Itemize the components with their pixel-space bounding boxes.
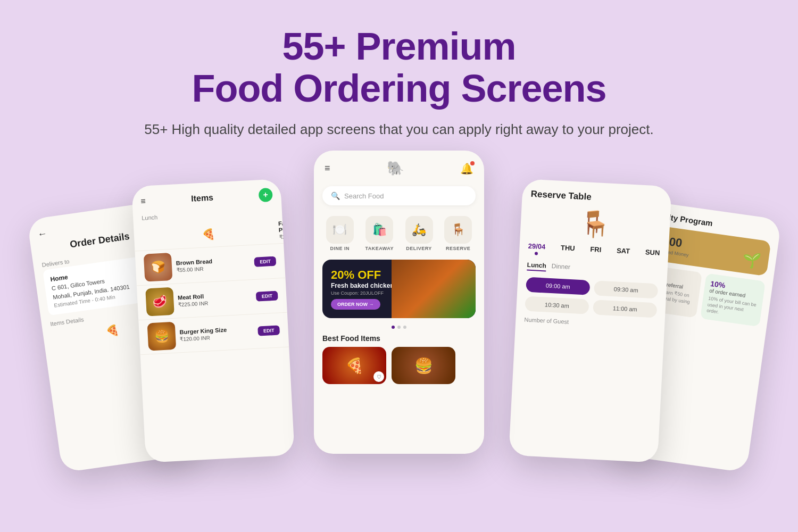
meal-tabs: Lunch Dinner: [527, 261, 659, 278]
burger-image: [147, 322, 177, 351]
main-title: 55+ Premium Food Ordering Screens: [144, 26, 654, 110]
time-10-30[interactable]: 10:30 am: [525, 296, 589, 314]
subtitle: 55+ High quality detailed app screens th…: [144, 119, 654, 140]
cal-29-04[interactable]: 29/04: [528, 242, 546, 256]
dinner-tab[interactable]: Dinner: [551, 262, 570, 273]
pizza-image: [143, 231, 275, 238]
search-placeholder-text: Search Food: [344, 192, 384, 200]
reserve-icon: 🪑: [444, 216, 472, 244]
time-11-00[interactable]: 11:00 am: [593, 300, 657, 318]
phone-items: ≡ Items + Lunch Farmhouse Pizza ₹320.00 …: [131, 179, 295, 463]
calendar-row: 29/04 THU FRI SAT SUN: [528, 242, 660, 262]
phone-main: ≡ 🐘 🔔 🔍 Search Food 🍽️ DINE IN 🛍️ TAKEAW…: [314, 151, 484, 454]
add-item-button[interactable]: +: [259, 188, 273, 202]
cal-sun[interactable]: SUN: [645, 248, 660, 262]
food-card-image-2: 🍔: [392, 347, 455, 384]
category-row: 🍽️ DINE IN 🛍️ TAKEAWAY 🛵 DELIVERY 🪑 RESE…: [314, 210, 484, 255]
category-takeaway[interactable]: 🛍️ TAKEAWAY: [365, 216, 394, 251]
notification-dot: [470, 161, 475, 165]
food-card-2[interactable]: 🍔: [392, 347, 455, 384]
best-food-label: Best Food Items: [314, 332, 484, 347]
food-card-1[interactable]: 🍕 ♡: [322, 347, 386, 384]
header-section: 55+ Premium Food Ordering Screens 55+ Hi…: [144, 0, 654, 140]
guest-label: Number of Guest: [524, 317, 656, 330]
cal-sat[interactable]: SAT: [616, 247, 630, 260]
hamburger-icon[interactable]: ≡: [140, 197, 146, 206]
burger-edit-button[interactable]: EDIT: [258, 326, 280, 336]
burger-info: Burger King Size ₹120.00 INR: [179, 325, 254, 342]
dine-in-icon: 🍽️: [326, 216, 354, 244]
referral-desc-2: 10% of your bill can be used in your nex…: [706, 296, 757, 321]
search-bar[interactable]: 🔍 Search Food: [322, 186, 476, 205]
promo-food-image: [392, 260, 476, 318]
food-grid: 🍕 ♡ 🍔: [314, 347, 484, 384]
referral-card-2: 10% of order earned 10% of your bill can…: [700, 273, 766, 327]
phones-container: ← Order Details Delivers to Home C 601, …: [0, 156, 798, 454]
reserve-title: Reserve Table: [530, 189, 663, 206]
main-hamburger-icon[interactable]: ≡: [325, 163, 330, 174]
items-phone-title: Items: [191, 193, 214, 204]
plant-icon: 🌱: [741, 250, 762, 270]
food-card-image-1: 🍕 ♡: [322, 347, 386, 384]
table-icon: 🪑: [579, 209, 612, 240]
bread-info: Brown Bread ₹55.00 INR: [176, 256, 251, 273]
time-09-00[interactable]: 09:00 am: [526, 277, 590, 295]
category-delivery[interactable]: 🛵 DELIVERY: [405, 216, 433, 251]
order-now-button[interactable]: ORDER NOW →: [331, 299, 380, 310]
table-icon-area: 🪑: [529, 206, 662, 243]
takeaway-icon: 🛍️: [365, 216, 393, 244]
delivery-icon: 🛵: [405, 216, 433, 244]
elephant-logo: 🐘: [387, 160, 404, 177]
food-heart-icon-1[interactable]: ♡: [373, 371, 384, 382]
phone-reserve: Reserve Table 🪑 29/04 THU FRI SAT: [509, 179, 672, 463]
dot-2: [397, 326, 401, 329]
notification-bell-icon[interactable]: 🔔: [460, 162, 473, 175]
search-icon: 🔍: [331, 192, 340, 200]
time-09-30[interactable]: 09:30 am: [594, 281, 658, 299]
cal-fri[interactable]: FRI: [590, 245, 602, 259]
roll-info: Meat Roll ₹225.00 INR: [178, 290, 253, 307]
cal-thu[interactable]: THU: [560, 244, 575, 257]
dot-1: [392, 326, 395, 329]
lunch-tab[interactable]: Lunch: [527, 261, 546, 272]
roll-edit-button[interactable]: EDIT: [256, 291, 278, 302]
bread-image: [144, 253, 173, 282]
category-reserve[interactable]: 🪑 RESERVE: [444, 216, 472, 251]
promo-banner[interactable]: 20% OFF Fresh baked chicken Use Coupon: …: [322, 260, 476, 318]
bread-edit-button[interactable]: EDIT: [254, 256, 276, 267]
category-dine-in[interactable]: 🍽️ DINE IN: [326, 216, 354, 251]
roll-image: [145, 287, 174, 317]
menu-item-burger: Burger King Size ₹120.00 INR EDIT: [138, 313, 289, 355]
time-grid: 09:00 am 09:30 am 10:30 am 11:00 am: [525, 277, 658, 318]
carousel-dots: [314, 322, 484, 332]
main-header: ≡ 🐘 🔔: [314, 151, 484, 182]
pizza-info: Farmhouse Pizza ₹320.00 INR: [278, 219, 295, 240]
dot-3: [403, 326, 406, 329]
